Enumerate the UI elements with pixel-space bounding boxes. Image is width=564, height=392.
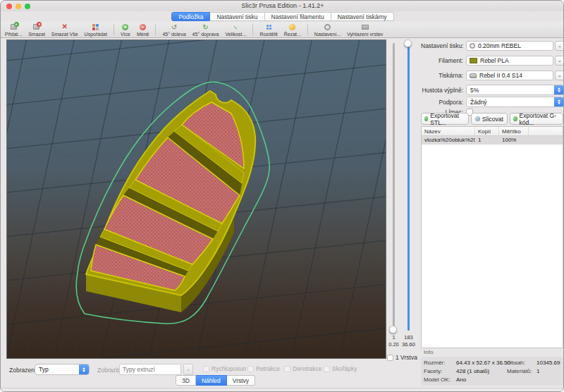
model-ok-label: Model OK: [424, 376, 456, 383]
delete-object-icon: x [33, 23, 39, 31]
toolbar: + Přidat... x Smazat ✕ Smazat Vše Uspořá… [1, 22, 564, 38]
info-box: Rozměr:64.43 x 52.67 x 36.50 Facety:428 … [421, 357, 563, 386]
facety-label: Facety: [424, 368, 456, 374]
layer-slider-low-handle[interactable] [389, 326, 397, 333]
tab-layers-view[interactable]: Vrstvy [227, 375, 255, 386]
main-tabbar: Podložka Nastavení tisku Nastavení filam… [1, 11, 564, 22]
model-ok-value: Ano [456, 376, 466, 383]
delete-object-button[interactable]: x Smazat [28, 23, 45, 37]
printer-dropdown-button[interactable]: ⌄ [555, 71, 564, 80]
chevron-up-down-icon [79, 364, 89, 375]
export-stl-icon [424, 116, 428, 121]
export-stl-button[interactable]: Exportovat STL... [421, 113, 469, 125]
obsah-value: 10345.69 [537, 360, 560, 366]
printer-combo[interactable]: Rebel II 0.4 S14 [466, 71, 553, 80]
single-layer-label: 1 Vrstva [396, 354, 417, 361]
tab-podlozka[interactable]: Podložka [171, 12, 210, 21]
minimize-window-icon[interactable] [16, 4, 21, 9]
fewer-copies-button[interactable]: − Méně [137, 23, 149, 37]
layer-smoothing-icon [362, 23, 369, 31]
settings-panel: Nastavení tisku: 0.20mm REBEL ⌄ Filament… [421, 39, 564, 360]
chevron-up-down-icon [554, 97, 564, 107]
toggle-skorapky[interactable]: Skořápky [324, 365, 357, 372]
column-nazev[interactable]: Název [422, 127, 475, 135]
tab-nastaveni-filamentu[interactable]: Nastavení filamentu [265, 12, 331, 21]
view-mode-select[interactable]: Typ [35, 364, 90, 375]
info-section-title: Info [424, 349, 433, 355]
tab-nastaveni-tiskarny[interactable]: Nastavení tiskárny [331, 12, 394, 21]
filament-dropdown-button[interactable]: ⌄ [555, 56, 564, 66]
tab-nastaveni-tisku[interactable]: Nastavení tisku [210, 12, 264, 21]
toolbar-separator [307, 24, 308, 35]
close-window-icon[interactable] [6, 4, 12, 9]
3d-viewport[interactable] [6, 39, 386, 359]
rozmer-value: 64.43 x 52.67 x 36.50 [456, 360, 510, 366]
layer-smoothing-button[interactable]: Vyhlazení vrstev [347, 23, 383, 37]
object-table-header: Název Kopií Měřítko [422, 127, 563, 136]
layer-slider-low-track[interactable] [393, 43, 395, 331]
tab-3d-view[interactable]: 3D [176, 375, 196, 386]
toggle-retrakce[interactable]: Retrakce [247, 365, 280, 372]
export-gcode-button[interactable]: Exportovat G-kód... [510, 113, 563, 125]
printer-icon [470, 73, 477, 78]
toolbar-separator [252, 24, 253, 35]
split-button[interactable]: Rozdělit [259, 23, 277, 37]
slice-icon [475, 116, 480, 121]
support-select[interactable]: Žádný [466, 97, 564, 107]
layer-high-value: 183 [402, 334, 415, 341]
toggle-rychloposun[interactable]: Rychloposun [203, 365, 246, 372]
rychloposun-checkbox[interactable] [203, 366, 209, 372]
deretrakce-checkbox[interactable] [284, 366, 290, 372]
column-meritko[interactable]: Měřítko [499, 127, 529, 135]
materialu-label: Materiálů: [507, 368, 537, 374]
filament-combo[interactable]: Rebel PLA [466, 56, 553, 66]
rotate-right-icon: ↻ [202, 23, 208, 31]
slice-button[interactable]: Slicovat [471, 113, 508, 125]
facety-value: 428 (1 obalů) [456, 368, 489, 374]
titlebar: Slic3r Prusa Edition - 1.41.2+ [1, 1, 564, 11]
layer-low-value: 1 [387, 334, 400, 341]
view-mode-label: Zobrazení [9, 367, 36, 374]
printer-label: Tiskárna: [421, 72, 466, 79]
window-footer [1, 388, 564, 392]
object-table: Název Kopií Měřítko vlozka%20obluk%204.s… [421, 126, 563, 348]
arrange-button[interactable]: Uspořádat [85, 23, 107, 37]
print-preview-canvas [7, 40, 386, 358]
filament-swatch [470, 58, 477, 63]
rotate-left-button[interactable]: ↺ 45° doleva [162, 23, 185, 37]
cut-button[interactable]: Řezat... [284, 23, 301, 37]
more-copies-icon: + [122, 23, 128, 31]
app-window: Slic3r Prusa Edition - 1.41.2+ Podložka … [0, 0, 564, 392]
print-settings-icon [470, 43, 475, 49]
chevron-up-down-icon [554, 85, 564, 95]
add-object-button[interactable]: + Přidat... [5, 23, 22, 37]
add-object-icon: + [11, 23, 17, 31]
toggle-deretrakce[interactable]: Deretrakce [284, 365, 322, 372]
print-settings-label: Nastavení tisku: [421, 42, 466, 49]
zoom-window-icon[interactable] [25, 4, 30, 9]
layer-slider-high-handle[interactable] [404, 39, 412, 47]
extrusion-filter-dropdown-button[interactable]: ⌄ [183, 364, 193, 375]
split-icon [266, 23, 271, 31]
more-copies-button[interactable]: + Více [121, 23, 130, 37]
retrakce-checkbox[interactable] [247, 366, 254, 372]
column-kopii[interactable]: Kopií [475, 127, 499, 135]
print-settings-combo[interactable]: 0.20mm REBEL [466, 41, 553, 51]
extrusion-filter-input[interactable] [119, 364, 181, 375]
materialu-value: 1 [537, 368, 539, 374]
infill-select[interactable]: 5% [466, 85, 564, 95]
print-settings-dropdown-button[interactable]: ⌄ [555, 41, 564, 51]
scale-button[interactable]: ↔ Velikost... [225, 23, 246, 37]
obsah-label: Obsah: [507, 360, 537, 366]
show-label: Zobrazit [97, 367, 119, 374]
single-layer-checkbox[interactable] [387, 355, 393, 361]
tab-preview-view[interactable]: Náhled [196, 375, 227, 386]
skorapky-checkbox[interactable] [324, 366, 330, 372]
toolbar-separator [155, 24, 156, 35]
rotate-right-button[interactable]: ↻ 45° doprava [192, 23, 219, 37]
table-row[interactable]: vlozka%20obluk%204.stl 1 100% [422, 136, 563, 145]
layer-slider-high-track[interactable] [407, 43, 410, 331]
object-settings-button[interactable]: Nastavení... [314, 23, 341, 37]
delete-all-button[interactable]: ✕ Smazat Vše [51, 23, 78, 37]
fewer-copies-icon: − [140, 23, 146, 31]
